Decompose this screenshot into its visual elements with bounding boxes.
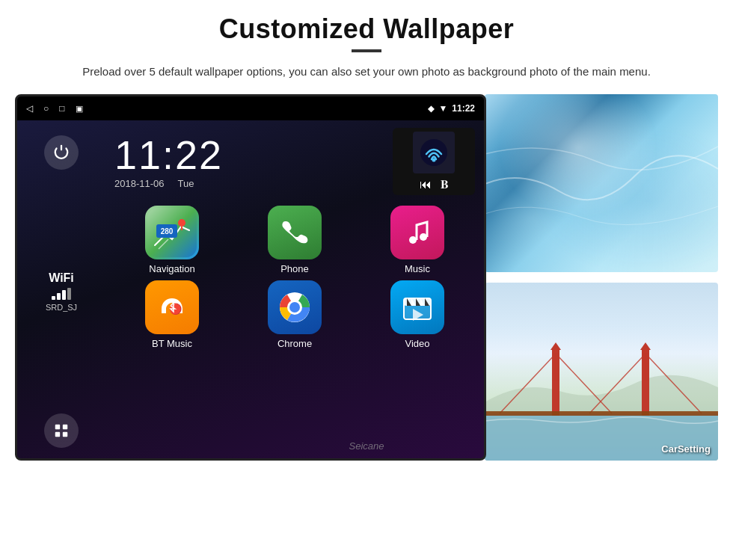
phone-app-icon — [268, 206, 322, 259]
wallpaper-panels: CarSetting — [485, 94, 718, 461]
svg-point-15 — [289, 302, 300, 313]
svg-rect-23 — [485, 411, 718, 416]
bt-music-icon: 🔴 — [145, 280, 199, 334]
svg-rect-2 — [55, 432, 60, 437]
clock-section: 11:22 2018-11-06 Tue — [111, 128, 478, 195]
carsetting-label: CarSetting — [661, 443, 711, 455]
status-bar: ◁ ○ □ ▣ ◆ ▼ 11:22 — [17, 96, 484, 120]
music-widget: ⏮ 𝐁 — [393, 128, 475, 195]
wifi-bar-2 — [57, 293, 61, 300]
clock-status: 11:22 — [452, 103, 475, 114]
video-label: Video — [405, 338, 429, 349]
wifi-ssid: SRD_SJ — [46, 303, 77, 312]
center-area: 11:22 2018-11-06 Tue — [105, 120, 484, 461]
wifi-bar-1 — [52, 296, 55, 300]
navigation-label: Navigation — [149, 263, 194, 274]
svg-rect-0 — [55, 425, 60, 429]
prev-track-icon[interactable]: ⏮ — [420, 178, 432, 191]
recents-icon: □ — [59, 103, 64, 114]
svg-rect-22 — [642, 350, 649, 416]
svg-point-9 — [178, 219, 185, 227]
music-controls: ⏮ 𝐁 — [420, 178, 449, 191]
app-item-music[interactable]: Music — [360, 206, 475, 274]
left-sidebar: WiFi SRD_SJ — [17, 120, 105, 461]
app-item-bt-music[interactable]: 🔴 BT Music — [114, 280, 230, 349]
music-widget-icon — [413, 132, 455, 173]
back-icon: ◁ — [26, 103, 33, 114]
svg-point-5 — [432, 159, 436, 162]
power-button[interactable] — [44, 135, 79, 170]
app-item-navigation[interactable]: 280 Navigation — [114, 206, 230, 274]
wifi-info: WiFi SRD_SJ — [46, 271, 77, 312]
page-title: Customized Wallpaper — [219, 13, 515, 45]
screenshot-icon: ▣ — [76, 104, 83, 114]
clock-date: 2018-11-06 Tue — [114, 178, 223, 189]
clock-time: 11:22 — [114, 135, 223, 175]
navigation-icon: 280 — [145, 206, 199, 259]
wifi-bar-3 — [62, 290, 66, 300]
title-divider — [352, 49, 381, 52]
svg-rect-1 — [63, 425, 67, 429]
svg-rect-21 — [552, 350, 559, 416]
app-grid: 280 Navigation — [111, 206, 478, 349]
android-device: ◁ ○ □ ▣ ◆ ▼ 11:22 — [15, 94, 486, 461]
status-left: ◁ ○ □ ▣ — [26, 103, 83, 114]
app-item-phone[interactable]: Phone — [237, 206, 352, 274]
status-right: ◆ ▼ 11:22 — [428, 103, 475, 114]
app-item-video[interactable]: Video — [360, 280, 475, 349]
wallpaper-gap — [485, 275, 718, 280]
bt-music-label: BT Music — [152, 338, 192, 349]
svg-rect-3 — [63, 432, 67, 437]
date-value: 2018-11-06 — [114, 178, 165, 189]
phone-label: Phone — [280, 263, 309, 274]
chrome-label: Chrome — [277, 338, 312, 349]
clock-block: 11:22 2018-11-06 Tue — [114, 135, 223, 189]
home-screen: WiFi SRD_SJ — [17, 120, 484, 461]
signal-icon: ▼ — [438, 103, 447, 114]
page-subtitle: Preload over 5 default wallpaper options… — [82, 63, 651, 81]
music-label: Music — [405, 263, 430, 274]
day-value: Tue — [178, 178, 194, 189]
app-item-chrome[interactable]: Chrome — [237, 280, 352, 349]
svg-text:280: 280 — [161, 227, 174, 236]
wifi-bar-4 — [67, 288, 71, 300]
music-app-icon — [390, 206, 444, 259]
next-track-icon-b[interactable]: 𝐁 — [441, 178, 449, 191]
video-app-icon — [390, 280, 444, 334]
wifi-label: WiFi — [46, 271, 77, 285]
ice-wallpaper-panel — [485, 94, 718, 272]
wifi-bars — [46, 288, 77, 300]
location-icon: ◆ — [428, 104, 434, 114]
apps-button[interactable] — [44, 413, 79, 448]
home-icon: ○ — [43, 103, 49, 114]
bridge-wallpaper-panel: CarSetting — [485, 283, 718, 461]
chrome-icon — [268, 280, 322, 334]
